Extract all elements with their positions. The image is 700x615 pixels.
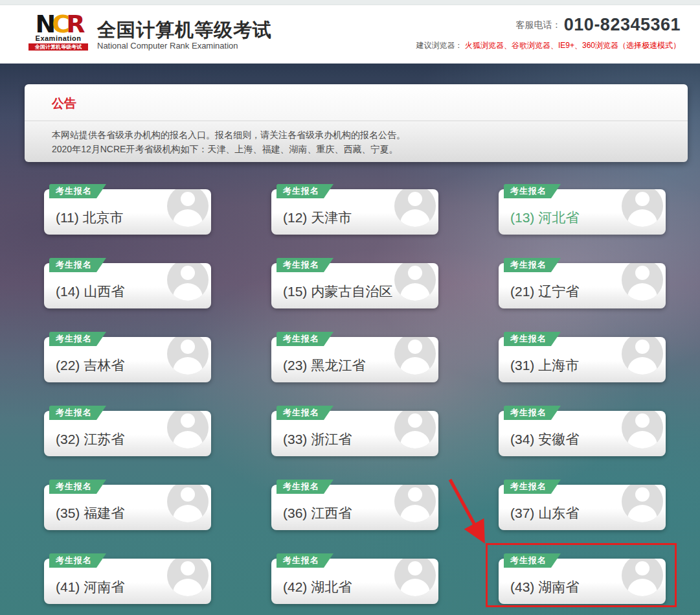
candidate-registration-badge: 考生报名 xyxy=(504,184,561,198)
candidate-registration-badge: 考生报名 xyxy=(504,332,561,346)
badge-label: 考生报名 xyxy=(56,260,92,270)
badge-label: 考生报名 xyxy=(56,555,92,565)
badge-label: 考生报名 xyxy=(510,408,547,417)
candidate-registration-badge: 考生报名 xyxy=(49,258,106,272)
candidate-registration-badge: 考生报名 xyxy=(277,184,333,198)
logo-banner-text: 全国计算机等级考试 xyxy=(28,43,88,51)
badge-label: 考生报名 xyxy=(283,186,319,196)
badge-label: 考生报名 xyxy=(283,555,319,565)
province-label: (33) 浙江省 xyxy=(283,430,352,448)
province-card[interactable]: 考生报名 (42) 湖北省 xyxy=(271,559,438,604)
province-card[interactable]: 考生报名 (43) 湖南省 xyxy=(499,559,666,604)
candidate-registration-badge: 考生报名 xyxy=(504,553,561,568)
badge-label: 考生报名 xyxy=(283,482,319,491)
province-card[interactable]: 考生报名 (37) 山东省 xyxy=(499,485,666,530)
announcement-divider xyxy=(25,121,688,121)
person-avatar-icon xyxy=(622,411,663,448)
candidate-registration-badge: 考生报名 xyxy=(49,184,106,198)
province-label: (37) 山东省 xyxy=(510,504,579,522)
province-label: (41) 河南省 xyxy=(56,578,124,596)
province-label: (12) 天津市 xyxy=(283,209,352,227)
browser-recommendation-label: 建议浏览器： xyxy=(416,41,463,50)
person-avatar-icon xyxy=(394,411,436,448)
candidate-registration-badge: 考生报名 xyxy=(49,332,106,346)
province-card[interactable]: 考生报名 (12) 天津市 xyxy=(271,189,438,235)
person-avatar-icon xyxy=(622,263,663,301)
province-card[interactable]: 考生报名 (36) 江西省 xyxy=(271,485,438,530)
province-label: (42) 湖北省 xyxy=(283,578,352,596)
page-top-strip xyxy=(0,0,700,5)
province-card[interactable]: 考生报名 (13) 河北省 xyxy=(499,189,666,235)
announcement-title: 公告 xyxy=(25,84,688,112)
province-label: (36) 江西省 xyxy=(283,504,352,522)
candidate-registration-badge: 考生报名 xyxy=(277,553,333,568)
badge-label: 考生报名 xyxy=(510,260,547,270)
badge-label: 考生报名 xyxy=(56,186,92,196)
person-avatar-icon xyxy=(394,189,436,227)
province-label: (22) 吉林省 xyxy=(56,356,124,375)
province-card[interactable]: 考生报名 (21) 辽宁省 xyxy=(499,263,666,308)
person-avatar-icon xyxy=(394,263,436,301)
service-phone-number: 010-82345361 xyxy=(564,15,681,34)
province-label: (14) 山西省 xyxy=(56,283,124,301)
badge-label: 考生报名 xyxy=(510,555,547,565)
province-card[interactable]: 考生报名 (23) 黑龙江省 xyxy=(271,337,438,382)
person-avatar-icon xyxy=(622,559,663,596)
province-label: (23) 黑龙江省 xyxy=(283,356,365,375)
badge-label: 考生报名 xyxy=(510,186,547,196)
province-label: (15) 内蒙古自治区 xyxy=(283,283,392,301)
site-logo: NCR Examination 全国计算机等级考试 全国计算机等级考试 Nati… xyxy=(28,14,272,51)
ncre-logo-icon: NCR Examination 全国计算机等级考试 xyxy=(28,14,88,51)
province-label: (11) 北京市 xyxy=(56,209,124,227)
site-title-en: National Computer Rank Examination xyxy=(97,41,272,51)
candidate-registration-badge: 考生报名 xyxy=(49,553,106,568)
province-card[interactable]: 考生报名 (14) 山西省 xyxy=(44,263,211,308)
province-card[interactable]: 考生报名 (15) 内蒙古自治区 xyxy=(271,263,438,308)
site-title-block: 全国计算机等级考试 National Computer Rank Examina… xyxy=(97,14,272,51)
announcement-panel: 公告 本网站提供各省级承办机构的报名入口。报名细则，请关注各省级承办机构的报名公… xyxy=(25,84,688,162)
province-card[interactable]: 考生报名 (22) 吉林省 xyxy=(44,337,211,382)
candidate-registration-badge: 考生报名 xyxy=(277,258,333,272)
person-avatar-icon xyxy=(167,559,209,596)
badge-label: 考生报名 xyxy=(56,482,92,491)
province-card[interactable]: 考生报名 (41) 河南省 xyxy=(44,559,211,604)
province-label: (43) 湖南省 xyxy=(510,578,579,596)
province-card[interactable]: 考生报名 (11) 北京市 xyxy=(44,189,211,235)
candidate-registration-badge: 考生报名 xyxy=(504,258,561,272)
header-contact-area: 客服电话： 010-82345361 建议浏览器： 火狐浏览器、谷歌浏览器、IE… xyxy=(416,15,681,51)
badge-label: 考生报名 xyxy=(56,408,92,417)
person-avatar-icon xyxy=(394,337,436,375)
person-avatar-icon xyxy=(167,263,209,301)
person-avatar-icon xyxy=(167,189,209,227)
province-grid: 考生报名 (11) 北京市 考生报名 (12) 天津市 考生报名 (13) 河北… xyxy=(44,189,666,604)
announcement-line-1: 本网站提供各省级承办机构的报名入口。报名细则，请关注各省级承办机构的报名公告。 xyxy=(25,128,688,142)
candidate-registration-badge: 考生报名 xyxy=(277,480,333,494)
candidate-registration-badge: 考生报名 xyxy=(277,406,333,420)
badge-label: 考生报名 xyxy=(56,334,92,343)
person-avatar-icon xyxy=(622,485,663,522)
person-avatar-icon xyxy=(622,189,663,227)
province-card[interactable]: 考生报名 (35) 福建省 xyxy=(44,485,211,530)
badge-label: 考生报名 xyxy=(510,482,547,491)
province-card[interactable]: 考生报名 (32) 江苏省 xyxy=(44,411,211,456)
province-label: (34) 安徽省 xyxy=(510,430,579,448)
candidate-registration-badge: 考生报名 xyxy=(49,480,106,494)
logo-sub-text: Examination xyxy=(28,34,88,42)
badge-label: 考生报名 xyxy=(283,260,319,270)
browser-recommendation: 建议浏览器： 火狐浏览器、谷歌浏览器、IE9+、360浏览器（选择极速模式） xyxy=(416,40,681,51)
badge-label: 考生报名 xyxy=(283,334,319,343)
province-card[interactable]: 考生报名 (33) 浙江省 xyxy=(271,411,438,456)
candidate-registration-badge: 考生报名 xyxy=(504,406,561,420)
province-label: (31) 上海市 xyxy=(510,356,579,375)
site-title-cn: 全国计算机等级考试 xyxy=(97,19,272,41)
browser-recommendation-list: 火狐浏览器、谷歌浏览器、IE9+、360浏览器（选择极速模式） xyxy=(465,41,681,50)
candidate-registration-badge: 考生报名 xyxy=(277,332,333,346)
province-label: (35) 福建省 xyxy=(56,504,124,522)
province-card[interactable]: 考生报名 (34) 安徽省 xyxy=(499,411,666,456)
person-avatar-icon xyxy=(394,559,436,596)
service-phone-label: 客服电话： xyxy=(515,19,561,30)
person-avatar-icon xyxy=(167,485,209,522)
province-card[interactable]: 考生报名 (31) 上海市 xyxy=(499,337,666,382)
person-avatar-icon xyxy=(167,337,209,375)
service-phone: 客服电话： 010-82345361 xyxy=(416,15,681,35)
